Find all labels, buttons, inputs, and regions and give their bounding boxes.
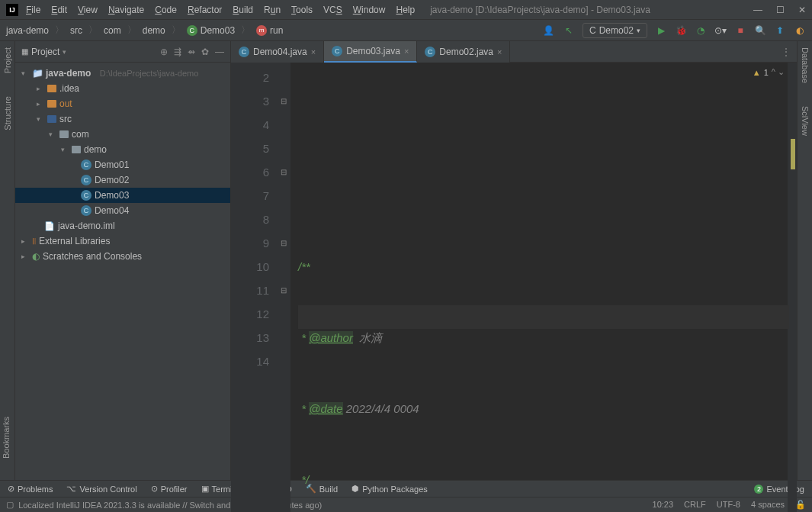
editor-area: CDemo04.java× CDemo03.java× CDemo02.java…: [231, 41, 797, 480]
tab-sciview[interactable]: SciView: [801, 106, 810, 136]
right-tool-tabs: Database SciView: [797, 41, 812, 480]
tree-external-libs[interactable]: ▸⫴External Libraries: [15, 233, 230, 249]
tab-profiler[interactable]: ⊙Profiler: [151, 484, 188, 494]
coverage-icon[interactable]: ◔: [695, 24, 707, 37]
menu-refactor[interactable]: Refactor: [188, 5, 222, 15]
error-stripe[interactable]: [788, 63, 797, 512]
menu-file[interactable]: File: [26, 5, 40, 15]
tree-root[interactable]: ▾java-demo D:\IdeaProjects\java-demo: [15, 66, 230, 81]
readonly-icon[interactable]: 🔓: [795, 500, 806, 510]
menu-run[interactable]: Run: [264, 5, 281, 15]
project-header[interactable]: ▦ Project ▾: [21, 47, 66, 57]
title-bar: IJ File Edit View Navigate Code Refactor…: [0, 0, 812, 20]
tree-src[interactable]: ▾src: [15, 111, 230, 127]
collapse-all-icon[interactable]: ⇴: [188, 47, 195, 57]
inspection-badge[interactable]: ▲ 1 ^ ⌄: [753, 67, 785, 77]
run-icon[interactable]: ▶: [655, 24, 667, 37]
tab-structure[interactable]: Structure: [3, 96, 12, 130]
expand-all-icon[interactable]: ⇶: [174, 47, 181, 57]
back-arrow-icon[interactable]: ↖: [563, 24, 575, 37]
window-title: java-demo [D:\IdeaProjects\java-demo] - …: [430, 5, 753, 15]
left-tool-tabs: Project Structure: [0, 41, 15, 480]
debug-icon[interactable]: 🐞: [675, 24, 687, 37]
tree-demo04[interactable]: CDemo04: [15, 203, 230, 218]
close-tab-icon[interactable]: ×: [404, 47, 409, 56]
ide-icon[interactable]: ◐: [794, 24, 806, 37]
project-tree: ▾java-demo D:\IdeaProjects\java-demo ▸.i…: [15, 63, 230, 480]
tab-menu-icon[interactable]: ⋮: [782, 47, 791, 57]
add-user-icon[interactable]: 👤: [543, 24, 555, 37]
warning-icon: ▲: [753, 68, 761, 77]
tree-scratches[interactable]: ▸◐Scratches and Consoles: [15, 249, 230, 264]
tree-demo[interactable]: ▾demo: [15, 142, 230, 157]
menu-tools[interactable]: Tools: [291, 5, 313, 15]
tab-project[interactable]: Project: [3, 47, 12, 73]
close-tab-icon[interactable]: ×: [311, 47, 316, 56]
navigation-bar: java-demo〉 src〉 com〉 demo〉 C Demo03〉 m r…: [0, 20, 812, 41]
menu-window[interactable]: Window: [353, 5, 386, 15]
menu-edit[interactable]: Edit: [51, 5, 67, 15]
update-icon[interactable]: ⬆: [774, 24, 786, 37]
run-config-selector[interactable]: C Demo02 ▾: [583, 23, 647, 38]
crumb-method[interactable]: run: [270, 25, 283, 36]
crumb-class[interactable]: Demo03: [201, 25, 235, 36]
search-icon[interactable]: 🔍: [754, 24, 766, 37]
menu-vcs[interactable]: VCS: [323, 5, 342, 15]
crumb-project[interactable]: java-demo: [6, 25, 49, 36]
tab-demo02[interactable]: CDemo02.java×: [417, 41, 510, 63]
crumb-com[interactable]: com: [104, 25, 121, 36]
menu-build[interactable]: Build: [233, 5, 253, 15]
class-icon: C: [187, 25, 197, 36]
profiler-icon[interactable]: ⊙▾: [714, 24, 727, 37]
maximize-button[interactable]: ☐: [776, 5, 785, 15]
stop-icon[interactable]: ■: [734, 24, 746, 37]
tab-problems[interactable]: ⊘Problems: [8, 484, 53, 494]
class-icon: C: [589, 25, 596, 36]
tab-version-control[interactable]: ⌥Version Control: [66, 484, 136, 494]
project-panel: ▦ Project ▾ ⊕ ⇶ ⇴ ✿ — ▾java-demo D:\Idea…: [15, 41, 231, 480]
breadcrumb: java-demo〉 src〉 com〉 demo〉 C Demo03〉 m r…: [6, 24, 283, 37]
tree-demo03[interactable]: CDemo03: [15, 188, 230, 203]
method-icon: m: [256, 25, 267, 36]
menu-navigate[interactable]: Navigate: [108, 5, 144, 15]
tab-demo03[interactable]: CDemo03.java×: [324, 41, 417, 63]
tree-idea[interactable]: ▸.idea: [15, 81, 230, 96]
select-opened-icon[interactable]: ⊕: [160, 47, 168, 57]
minimize-button[interactable]: —: [753, 5, 762, 15]
tree-com[interactable]: ▾com: [15, 127, 230, 142]
tree-out[interactable]: ▸out: [15, 96, 230, 111]
main-menu: File Edit View Navigate Code Refactor Bu…: [26, 5, 415, 15]
tab-bookmarks[interactable]: Bookmarks: [2, 417, 11, 459]
tool-window-icon[interactable]: ▢: [6, 500, 14, 510]
tab-demo04[interactable]: CDemo04.java×: [231, 41, 324, 63]
app-icon: IJ: [6, 4, 18, 16]
crumb-demo[interactable]: demo: [143, 25, 165, 36]
crumb-src[interactable]: src: [70, 25, 82, 36]
menu-view[interactable]: View: [78, 5, 98, 15]
menu-code[interactable]: Code: [155, 5, 177, 15]
close-tab-icon[interactable]: ×: [497, 47, 502, 56]
fold-gutter[interactable]: ⊟ ⊟ ⊟ ⊟: [277, 63, 290, 512]
tree-demo01[interactable]: CDemo01: [15, 157, 230, 172]
code-editor[interactable]: 234567891011121314 ⊟ ⊟ ⊟ ⊟ /** * @author…: [231, 63, 797, 512]
editor-tabs: CDemo04.java× CDemo03.java× CDemo02.java…: [231, 41, 797, 63]
line-gutter: 234567891011121314: [231, 63, 277, 512]
settings-icon[interactable]: ✿: [201, 47, 209, 57]
tree-iml[interactable]: 📄java-demo.iml: [15, 218, 230, 233]
tree-demo02[interactable]: CDemo02: [15, 172, 230, 188]
hide-icon[interactable]: —: [215, 47, 224, 57]
menu-help[interactable]: Help: [396, 5, 415, 15]
close-button[interactable]: ✕: [798, 5, 806, 15]
tab-database[interactable]: Database: [801, 47, 810, 83]
